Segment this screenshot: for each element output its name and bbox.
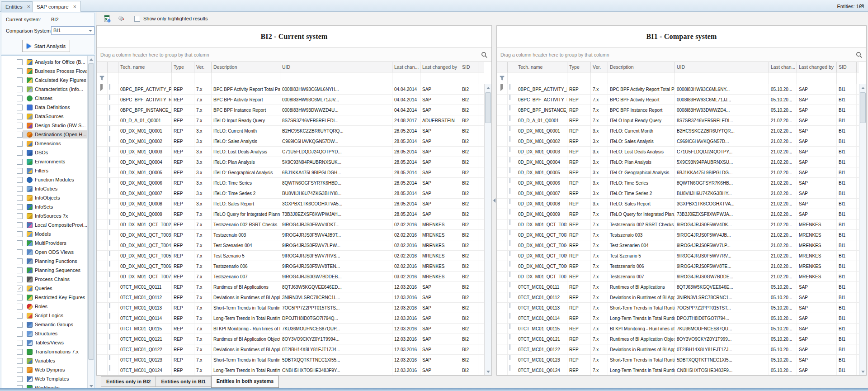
tree-item-checkbox[interactable] <box>17 331 23 337</box>
column-header-uid[interactable]: UID <box>675 62 769 72</box>
tree-item-design-studio-bw-s[interactable]: Design Studio (BW S... <box>1 121 87 130</box>
tree-item-checkbox[interactable] <box>17 186 23 192</box>
expand-cell[interactable] <box>497 334 508 344</box>
tree-item-checkbox[interactable] <box>17 159 23 165</box>
column-header-last-changed[interactable]: Last chan... <box>392 62 420 72</box>
tree-item-infosets[interactable]: InfoSets <box>1 202 87 211</box>
expand-cell[interactable] <box>97 355 108 365</box>
tree-item-characteristics-info[interactable]: Characteristics (Info... <box>1 85 87 94</box>
expand-cell[interactable] <box>497 167 508 177</box>
table-row[interactable]: 0D_DX_M01_Q0006REP3.xITeLO: Time Series8… <box>97 178 484 188</box>
expand-cell[interactable] <box>497 178 508 188</box>
expand-cell[interactable] <box>97 303 108 313</box>
tab-close-icon[interactable]: × <box>73 5 76 9</box>
table-row[interactable]: 0TCT_MC01_Q0112REP7.xDeviations in Runti… <box>97 292 484 303</box>
filter-cell-description[interactable] <box>212 72 280 84</box>
tree-item-checkbox[interactable] <box>17 222 23 228</box>
expand-cell[interactable] <box>97 344 108 354</box>
show-only-highlighted-checkbox[interactable] <box>134 16 140 22</box>
tree-item-infocubes[interactable]: InfoCubes <box>1 184 87 193</box>
tree-item-checkbox[interactable] <box>17 204 23 210</box>
expand-cell[interactable] <box>97 282 108 292</box>
tree-item-checkbox[interactable] <box>17 150 23 156</box>
table-row[interactable]: 0D_DX_M01_Q0004REP3.xITeLO: Plan Analysi… <box>497 157 859 167</box>
tree-item-business-process-flows[interactable]: Business Process Flows <box>1 67 87 76</box>
tree-item-checkbox[interactable] <box>17 177 23 183</box>
filter-cell-uid[interactable] <box>675 72 769 84</box>
tree-item-checkbox[interactable] <box>17 132 23 138</box>
tree-item-filters[interactable]: Filters <box>1 166 87 175</box>
table-row[interactable]: 0TCT_MC01_Q0111REP7.xRuntimes of BI Appl… <box>97 282 484 292</box>
expand-cell[interactable] <box>97 126 108 136</box>
filter-cell-last-changed[interactable] <box>769 72 797 84</box>
table-row[interactable]: 0D_DX_M01_QCT_T005REP7.xTest Szenario 59… <box>97 251 484 261</box>
tree-item-checkbox[interactable] <box>17 267 23 273</box>
tree-item-semantic-groups[interactable]: Semantic Groups <box>1 320 87 329</box>
expand-cell[interactable] <box>497 84 508 94</box>
filter-funnel-icon[interactable] <box>497 72 508 84</box>
tree-item-checkbox[interactable] <box>17 141 23 147</box>
table-row[interactable]: 0D_DX_M01_Q0001REP3.xITeLO: Current Mont… <box>497 126 859 136</box>
tree-item-checkbox[interactable] <box>17 114 23 119</box>
tree-item-checkbox[interactable] <box>17 258 23 264</box>
table-row[interactable]: 0D_DX_M01_Q0008REP3.xITeLO: Sales Report… <box>497 199 859 209</box>
tree-item-checkbox[interactable] <box>17 105 23 110</box>
tree-item-script-logics[interactable]: Script Logics <box>1 311 87 320</box>
show-only-highlighted-toggle[interactable]: Show only highlighted results <box>134 16 208 22</box>
bottom-tab-entities-only-in-bi1[interactable]: Entities only in BI1 <box>156 376 211 387</box>
table-row[interactable]: 0D_DX_M01_Q0002REP3.xITeLO: Sales Analys… <box>97 136 484 147</box>
filter-cell-type[interactable] <box>172 72 194 84</box>
tab-close-icon[interactable]: × <box>27 5 30 9</box>
expand-cell[interactable] <box>497 188 508 198</box>
tree-item-checkbox[interactable] <box>17 322 23 328</box>
tree-item-checkbox[interactable] <box>17 358 23 364</box>
column-header-ver[interactable]: Ver. <box>194 62 212 72</box>
tree-item-dimensions[interactable]: Dimensions <box>1 139 87 148</box>
filter-cell-ver[interactable] <box>194 72 212 84</box>
tree-item-web-templates[interactable]: Web Templates <box>1 374 87 383</box>
table-row[interactable]: 0D_DX_M01_QCT_T006REP7.xTestszenario 006… <box>97 261 484 272</box>
expand-cell[interactable] <box>97 209 108 219</box>
column-header-description[interactable]: Description <box>608 62 675 72</box>
expand-cell[interactable] <box>97 251 108 261</box>
table-row[interactable]: 0D_DX_M01_QCT_T002REP7.xTestszenario 002… <box>97 219 484 230</box>
table-row[interactable]: 0D_DX_M01_QCT_T002REP7.xTestszenario 002… <box>497 219 859 230</box>
tree-item-tables-views[interactable]: Tables/Views <box>1 338 87 347</box>
table-row[interactable]: 0BPC_BPF_ACTIVITY_REPREP7.xBPC BPF Activ… <box>97 95 484 105</box>
table-row[interactable]: 0TCT_MC01_Q0124REP7.xLong-Term Trends in… <box>97 365 484 375</box>
table-row[interactable]: 0D_DX_M01_Q0007REP3.xITeLO: Time Series … <box>497 188 859 199</box>
tree-item-checkbox[interactable] <box>17 59 23 65</box>
column-header-last-changed-by[interactable]: Last changed by <box>420 62 460 72</box>
filter-cell-type[interactable] <box>567 72 591 84</box>
table-row[interactable]: 0TCT_MC01_Q0115REP7.xBI KPI Monitoring -… <box>497 324 859 334</box>
tree-item-multiproviders[interactable]: MultiProviders <box>1 238 87 248</box>
highlight-paint-icon[interactable] <box>117 15 125 23</box>
expand-cell[interactable] <box>97 84 108 94</box>
tree-item-classes[interactable]: Classes <box>1 94 87 103</box>
expand-cell[interactable] <box>97 95 108 105</box>
tree-item-dsos[interactable]: DSOs <box>1 148 87 157</box>
table-row[interactable]: 0TCT_MC01_Q0122REP7.xDeviations in Runti… <box>97 344 484 355</box>
filter-cell-sid[interactable] <box>460 72 478 84</box>
table-row[interactable]: 0TCT_MC01_Q0123REP7.xShort-Term Trends i… <box>97 355 484 365</box>
tree-item-checkbox[interactable] <box>17 86 23 92</box>
tree-item-analysis-for-office-b[interactable]: Analysis for Office (B... <box>1 57 87 67</box>
scroll-down-icon[interactable] <box>485 368 491 375</box>
table-row[interactable]: 0D_DX_M01_Q0004REP3.xITeLO: Plan Analysi… <box>97 157 484 167</box>
table-row[interactable]: 0D_DX_M01_Q0002REP3.xITeLO: Sales Analys… <box>497 136 859 147</box>
tree-item-infosources-7x[interactable]: InfoSources 7x <box>1 211 87 220</box>
grid-scrollbar-thumb[interactable] <box>860 92 866 123</box>
expand-cell[interactable] <box>97 219 108 229</box>
table-row[interactable]: 0D_DX_M01_Q0007REP3.xITeLO: Time Series … <box>97 188 484 199</box>
filter-cell-tech-name[interactable] <box>516 72 567 84</box>
tree-item-checkbox[interactable] <box>17 213 23 219</box>
expand-cell[interactable] <box>497 303 508 313</box>
table-row[interactable]: 0D_DX_M01_Q0003REP3.xITeLO: Lost Deals A… <box>497 147 859 157</box>
scroll-down-icon[interactable] <box>859 368 866 375</box>
table-row[interactable]: 0TCT_MC01_Q0114REP7.xLong-Term Trends in… <box>497 313 859 324</box>
table-row[interactable]: 0D_DX_M01_QCT_T004REP7.xTest Szenarien 0… <box>497 240 859 251</box>
group-by-panel[interactable]: Drag a column header here to group by th… <box>497 48 866 62</box>
expand-cell[interactable] <box>97 313 108 323</box>
tree-item-open-ods-views[interactable]: Open ODS Views <box>1 248 87 257</box>
filter-cell-last-changed[interactable] <box>392 72 420 84</box>
